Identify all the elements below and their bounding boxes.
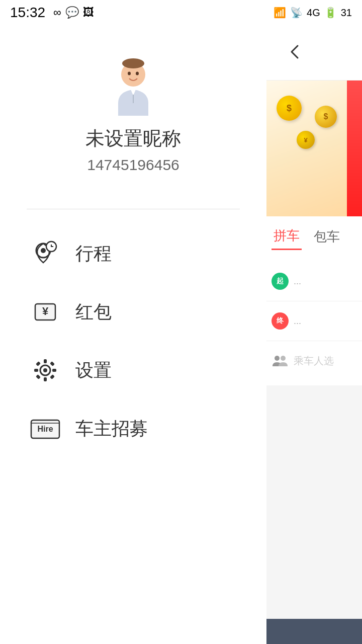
signal-icon: 📶 [274, 7, 286, 19]
tabs-area: 拼车 包车 [266, 216, 362, 257]
battery-icon: 🔋 [324, 7, 337, 19]
back-button[interactable] [282, 39, 308, 67]
svg-rect-18 [36, 361, 41, 366]
trips-label: 行程 [75, 242, 112, 266]
svg-rect-14 [44, 359, 47, 363]
end-dot: 终 [272, 312, 289, 330]
coin-2: ¥ [297, 131, 315, 149]
svg-point-1 [122, 58, 144, 68]
banner-red-accent [347, 80, 362, 216]
banner-area: $ ¥ $ [266, 80, 362, 216]
recruit-label: 车主招募 [75, 417, 148, 441]
end-label-text: 终 [277, 316, 284, 326]
trips-icon [30, 238, 60, 269]
passenger-placeholder: 乘车人选 [294, 354, 334, 368]
start-label-text: 起 [277, 277, 284, 286]
svg-rect-16 [34, 369, 38, 372]
svg-rect-17 [52, 369, 56, 372]
phone-number: 14745196456 [87, 156, 179, 174]
menu-item-redpacket[interactable]: ¥ 红包 [30, 283, 236, 341]
settings-label: 设置 [75, 358, 112, 383]
cellular-icon: 4G [307, 7, 320, 19]
image-icon: 🖼 [83, 6, 94, 19]
svg-rect-19 [50, 361, 55, 366]
svg-point-26 [281, 356, 286, 361]
passenger-icon [272, 352, 289, 369]
profile-section: 未设置昵称 14745196456 [0, 25, 266, 194]
svg-text:Hire: Hire [37, 425, 53, 433]
svg-point-6 [41, 248, 46, 253]
red-packet-icon: ¥ [30, 297, 60, 327]
svg-text:¥: ¥ [42, 305, 49, 317]
username: 未设置昵称 [85, 126, 181, 151]
message-icon: 💬 [65, 6, 79, 19]
passenger-row[interactable]: 乘车人选 [266, 341, 362, 380]
coin-3: $ [315, 106, 337, 128]
tab-charter[interactable]: 包车 [312, 224, 342, 250]
end-input-row[interactable]: 终 ... [266, 301, 362, 341]
svg-rect-15 [44, 377, 47, 381]
bottom-bar [266, 619, 362, 644]
svg-point-13 [43, 368, 47, 372]
menu-item-recruit[interactable]: Hire 车主招募 [30, 399, 236, 458]
avatar[interactable] [103, 55, 163, 116]
menu-item-settings[interactable]: 设置 [30, 341, 236, 399]
status-time: 15:32 [10, 5, 45, 21]
drawer: 未设置昵称 14745196456 [0, 25, 266, 644]
redpacket-label: 红包 [75, 300, 112, 325]
settings-gear-icon [30, 355, 60, 385]
hire-icon: Hire [30, 414, 60, 444]
start-placeholder: ... [294, 276, 301, 287]
back-arrow-icon [286, 43, 304, 61]
svg-rect-21 [50, 374, 55, 379]
svg-point-25 [275, 356, 280, 361]
svg-point-2 [128, 72, 131, 75]
menu-list: 行程 ¥ 红包 [0, 224, 266, 458]
end-placeholder: ... [294, 316, 301, 327]
wifi-icon: 📡 [290, 7, 303, 19]
status-right: 📶 📡 4G 🔋 31 [274, 0, 352, 25]
divider [27, 209, 240, 209]
status-bar: 15:32 ∞ 💬 🖼 📶 📡 4G 🔋 31 [0, 0, 362, 25]
start-input-row[interactable]: 起 ... [266, 262, 362, 301]
battery-level: 31 [341, 7, 352, 19]
status-icons: ∞ 💬 🖼 [53, 6, 94, 19]
back-button-area [266, 25, 362, 80]
avatar-image [103, 55, 163, 116]
svg-point-3 [136, 72, 139, 75]
input-rows: 起 ... 终 ... [266, 257, 362, 385]
infinity-icon: ∞ [53, 6, 61, 19]
svg-rect-20 [36, 374, 41, 379]
coin-1: $ [277, 96, 302, 121]
main-container: 未设置昵称 14745196456 [0, 25, 362, 644]
start-dot: 起 [272, 273, 289, 290]
tab-carpool[interactable]: 拼车 [272, 223, 302, 250]
menu-item-trips[interactable]: 行程 [30, 224, 236, 283]
right-panel: $ ¥ $ 拼车 包车 起 ... 终 [266, 25, 362, 644]
